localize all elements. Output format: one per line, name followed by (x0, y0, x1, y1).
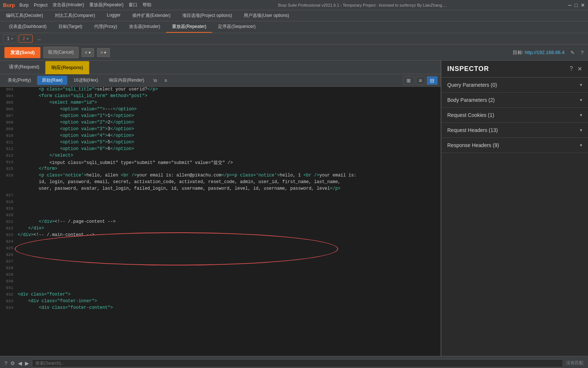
menu-repeater[interactable]: 重放器(Repeater) (89, 2, 123, 8)
inspector-section[interactable]: Query Parameters (0) ▾ (441, 78, 588, 93)
line-content: user, password, avatar, last_login, fail… (18, 186, 439, 191)
inspector-section[interactable]: Request Headers (13) ▾ (441, 123, 588, 138)
inspector-section-header[interactable]: Query Parameters (0) ▾ (441, 78, 588, 92)
tab-proxy[interactable]: 代理(Proxy) (88, 21, 123, 33)
line-content: </select> (18, 153, 439, 158)
inspector-help-icon[interactable]: ? (570, 65, 573, 72)
code-line: 933 <div class="footer-inner"> (0, 299, 441, 305)
inspector-close-icon[interactable]: ✕ (577, 65, 582, 72)
line-content: </div><!-- /.main-content --> (18, 232, 439, 237)
tab-dashboard[interactable]: 仪表盘(Dashboard) (3, 21, 53, 33)
maximize-button[interactable]: □ (575, 2, 578, 8)
view-icon-grid[interactable]: ⊞ (403, 76, 414, 85)
menu-intruder[interactable]: 攻击器(Intruder) (53, 2, 84, 8)
code-line: 919 (0, 206, 441, 212)
instance-tab-more[interactable]: ... (34, 35, 44, 42)
help-bottom-icon[interactable]: ? (4, 360, 7, 366)
menu-logger[interactable]: Logger (101, 11, 126, 20)
code-line: 913 </select> (0, 153, 441, 160)
settings-bottom-icon[interactable]: ⚙ (10, 360, 15, 366)
view-icon-split[interactable]: ⊟ (427, 76, 438, 85)
minimize-button[interactable]: ─ (568, 2, 572, 8)
line-number: 930 (4, 279, 18, 283)
chevron-down-icon: ▾ (580, 112, 582, 118)
inspector-section-header[interactable]: Response Headers (9) ▾ (441, 138, 588, 153)
main-layout: 请求(Request) 响应(Respons) 美化(Pretty) 原始(Ra… (0, 61, 588, 356)
code-line: 912 <option value="6">6</option> (0, 146, 441, 153)
inspector-section[interactable]: Request Cookies (1) ▾ (441, 108, 588, 123)
line-content: <div class="footer-inner"> (18, 299, 439, 304)
line-number: 928 (4, 265, 18, 270)
line-content: <div class="footer"> (18, 292, 439, 297)
next-button[interactable]: > ▾ (97, 48, 110, 57)
line-content: <input class="sqli_submit" type="submit"… (18, 160, 439, 166)
menu-extender[interactable]: 插件扩展(Extender) (126, 11, 176, 20)
tab-menu[interactable]: ≡ (161, 77, 170, 84)
code-line: 927 (0, 259, 441, 265)
menu-window[interactable]: 窗口 (129, 2, 137, 8)
inspector-title: INSPECTOR (447, 65, 570, 73)
chevron-down-icon: ▾ (580, 128, 582, 133)
title-bar: Burp Burp Project 攻击器(Intruder) 重放器(Repe… (0, 0, 588, 10)
tab-response[interactable]: 响应(Respons) (45, 61, 89, 74)
inspector-section[interactable]: Response Headers (9) ▾ (441, 138, 588, 153)
instance-tab-1[interactable]: 1 × (3, 35, 17, 43)
req-resp-tabs: 请求(Request) 响应(Respons) (0, 61, 441, 74)
inspector-panel: INSPECTOR ? ✕ Query Parameters (0) ▾ Bod… (441, 61, 588, 356)
line-number: 927 (4, 259, 18, 264)
tab-raw[interactable]: 原始(Raw) (37, 76, 67, 85)
send-button[interactable]: 发送(Send) (4, 47, 40, 58)
line-number: 911 (4, 140, 18, 144)
code-line: 909 <option value="3">3</option> (0, 126, 441, 133)
inspector-section-header[interactable]: Request Headers (13) ▾ (441, 123, 588, 137)
view-icon-list[interactable]: ≡ (416, 76, 425, 85)
search-input[interactable] (32, 359, 563, 367)
close-button[interactable]: ✕ (581, 2, 585, 8)
tab-intruder[interactable]: 攻击器(Intruder) (123, 21, 166, 33)
tab-hex[interactable]: 16进制(Hex) (69, 76, 103, 85)
line-number: 922 (4, 226, 18, 231)
help-icon[interactable]: ? (581, 50, 584, 56)
tab-target[interactable]: 目标(Target) (53, 21, 88, 33)
code-line: 905 <select name="id"> (0, 100, 441, 107)
tab-2-close[interactable]: × (26, 37, 29, 41)
edit-target-icon[interactable]: ✎ (570, 50, 575, 56)
instance-tab-2[interactable]: 2 × (19, 35, 33, 43)
code-line: 924 (0, 239, 441, 246)
tab-render[interactable]: 响应内容(Render) (104, 76, 149, 85)
menu-project-options[interactable]: 项目选项(Project options) (176, 11, 238, 20)
line-number: 934 (4, 305, 18, 310)
inspector-section[interactable]: Body Parameters (2) ▾ (441, 93, 588, 108)
forward-bottom-icon[interactable]: ▶ (25, 360, 29, 366)
cancel-button[interactable]: 取消(Cancel) (43, 47, 78, 58)
menu-decoder[interactable]: 编码工具(Decoder) (0, 11, 49, 20)
menu-help[interactable]: 帮助 (143, 2, 151, 8)
line-content: <option value="">---</option> (18, 107, 439, 112)
line-number: 921 (4, 219, 18, 224)
tab-newline[interactable]: \n (150, 77, 160, 84)
prev-button[interactable]: < ▾ (82, 48, 94, 57)
menu-burp[interactable]: Burp (19, 3, 29, 8)
inspector-section-label: Response Headers (9) (447, 142, 580, 148)
menu-project[interactable]: Project (34, 3, 47, 8)
line-number: 920 (4, 212, 18, 217)
line-content: <p class="sqli_title">select your userid… (18, 87, 439, 92)
chevron-down-icon: ▾ (580, 82, 582, 87)
tab-request[interactable]: 请求(Request) (3, 61, 45, 74)
back-bottom-icon[interactable]: ◀ (18, 360, 22, 366)
inspector-section-header[interactable]: Body Parameters (2) ▾ (441, 93, 588, 107)
code-area[interactable]: 903 <p class="sqli_title">select your us… (0, 87, 441, 356)
menu-comparer[interactable]: 对比工具(Comparer) (49, 11, 101, 20)
tab-pretty[interactable]: 美化(Pretty) (3, 76, 36, 85)
window-title: Burp Suite Professional v2021.6.1 - Temp… (157, 3, 568, 7)
line-content: <form class="sqli_id_form" method="post"… (18, 93, 439, 99)
inspector-header: INSPECTOR ? ✕ (441, 61, 588, 78)
line-number (4, 186, 18, 186)
code-line: id, login, password, email, secret, acti… (0, 179, 441, 186)
tab-1-close[interactable]: × (11, 37, 13, 41)
tab-repeater[interactable]: 重放器(Repeater) (166, 21, 212, 33)
tab-sequencer[interactable]: 定序器(Sequencer) (212, 21, 261, 33)
instance-tab-bar: 1 × 2 × ... (0, 33, 588, 44)
menu-user-options[interactable]: 用户选项(User options) (238, 11, 295, 20)
inspector-section-header[interactable]: Request Cookies (1) ▾ (441, 108, 588, 122)
